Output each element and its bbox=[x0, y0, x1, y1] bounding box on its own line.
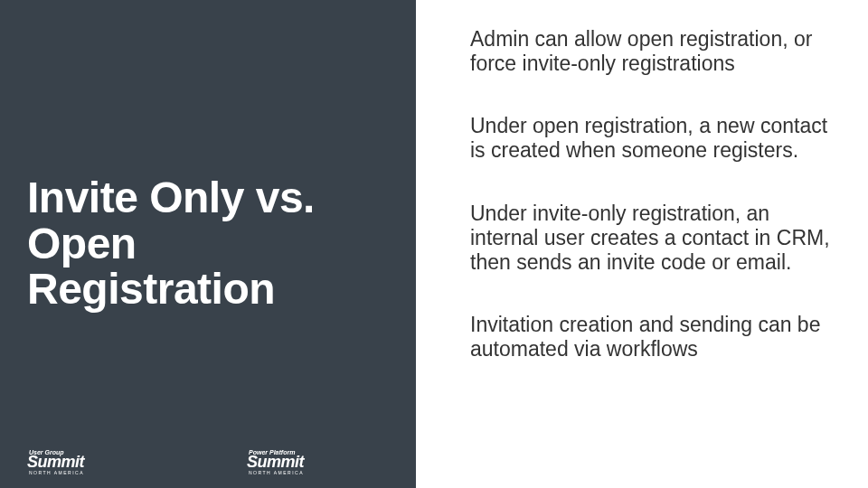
bullet-item: Under invite-only registration, an inter… bbox=[470, 202, 832, 275]
logo-row: User Group Summit NORTH AMERICA Power Pl… bbox=[27, 449, 389, 475]
bullet-item: Under open registration, a new contact i… bbox=[470, 114, 832, 163]
bullet-item: Admin can allow open registration, or fo… bbox=[470, 27, 832, 76]
logo-subline: NORTH AMERICA bbox=[247, 471, 304, 475]
slide: Invite Only vs. Open Registration User G… bbox=[0, 0, 868, 488]
content-panel: Admin can allow open registration, or fo… bbox=[416, 0, 868, 488]
logo-main: Summit bbox=[247, 454, 304, 470]
logo-power-platform-summit: Power Platform Summit NORTH AMERICA bbox=[247, 449, 304, 475]
slide-title: Invite Only vs. Open Registration bbox=[27, 175, 389, 312]
bullet-item: Invitation creation and sending can be a… bbox=[470, 313, 832, 361]
logo-main: Summit bbox=[27, 454, 84, 470]
logo-subline: NORTH AMERICA bbox=[27, 471, 84, 475]
left-panel: Invite Only vs. Open Registration User G… bbox=[0, 0, 416, 488]
logo-user-group-summit: User Group Summit NORTH AMERICA bbox=[27, 449, 84, 475]
